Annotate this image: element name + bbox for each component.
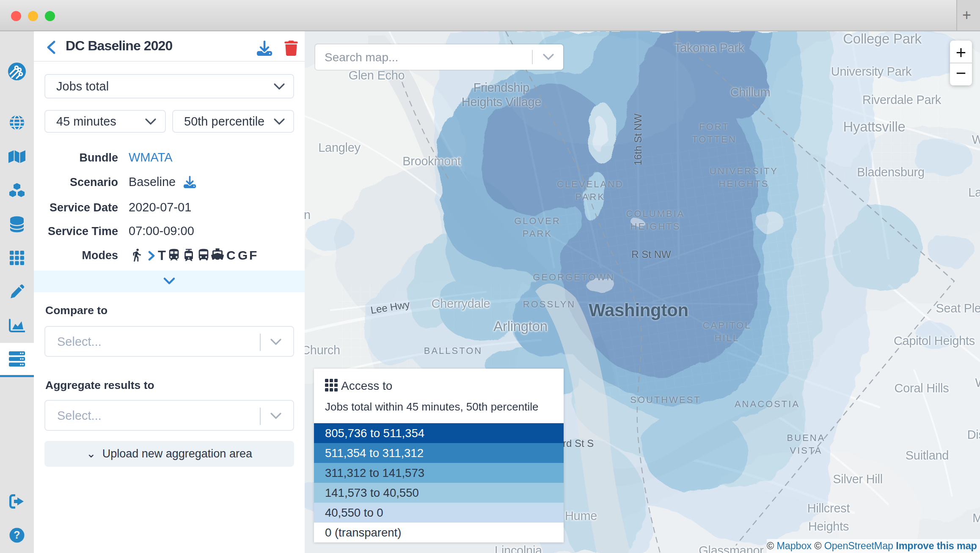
svg-text:?: ? [14, 529, 20, 541]
